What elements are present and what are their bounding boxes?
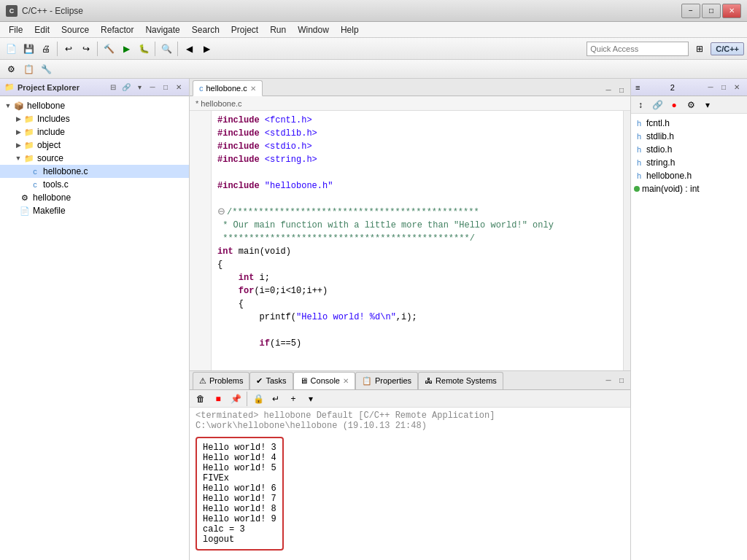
tab-tasks[interactable]: ✔ Tasks [249, 372, 293, 389]
link-editor-button[interactable]: 🔗 [120, 82, 132, 93]
tb2-btn1[interactable]: ⚙ [3, 61, 19, 77]
tab-console[interactable]: 🖥 Console ✕ [293, 372, 355, 389]
cpp-perspective-button[interactable]: C/C++ [711, 42, 744, 55]
h-file-icon-1: h [634, 118, 644, 128]
outline-maximize-button[interactable]: □ [718, 82, 729, 93]
search-button[interactable]: 🔍 [158, 41, 174, 57]
maximize-button[interactable]: □ [702, 4, 721, 18]
tree-toggle-object[interactable]: ▶ [13, 141, 23, 149]
function-icon [634, 186, 640, 192]
tree-item-tools-c[interactable]: c tools.c [0, 178, 189, 191]
tree-item-hellobone[interactable]: ▼ 📦 hellobone [0, 99, 189, 112]
back-button[interactable]: ◀ [181, 41, 197, 57]
build-button[interactable]: 🔨 [101, 41, 117, 57]
print-button[interactable]: 🖨 [38, 41, 54, 57]
console-line-4: FIVEx [203, 473, 276, 483]
editor-minimize-button[interactable]: ─ [603, 84, 614, 96]
tree-item-include[interactable]: ▶ 📁 include [0, 125, 189, 139]
scroll-lock-button[interactable]: 🔒 [250, 391, 266, 407]
bottom-maximize-button[interactable]: □ [616, 375, 627, 386]
tree-item-hellobone-c[interactable]: c hellobone.c [0, 165, 189, 178]
tree-item-hellobone-bin[interactable]: ⚙ hellobone [0, 191, 189, 204]
editor-tab-hellobone[interactable]: c hellobone.c ✕ [193, 80, 263, 96]
editor-scrollbar[interactable] [623, 111, 630, 370]
redo-button[interactable]: ↪ [78, 41, 94, 57]
outline-item-stdlib[interactable]: h stdlib.h [631, 130, 747, 143]
project-explorer-header: 📁 Project Explorer ⊟ 🔗 ▾ ─ □ ✕ [0, 79, 189, 96]
collapse-all-button[interactable]: ⊟ [107, 82, 119, 93]
tab-problems[interactable]: ⚠ Problems [193, 372, 249, 389]
pin-console-button[interactable]: 📌 [228, 391, 244, 407]
menu-search[interactable]: Search [186, 23, 225, 36]
debug-button[interactable]: 🐛 [136, 41, 152, 57]
editor-panel: c hellobone.c ✕ ─ □ * hellobone.c [190, 79, 630, 370]
open-perspectives-button[interactable]: ⊞ [692, 41, 708, 57]
breadcrumb: * hellobone.c [196, 99, 242, 108]
outline-minimize-button[interactable]: ─ [705, 82, 716, 93]
outline-close-button[interactable]: ✕ [731, 82, 743, 93]
menu-project[interactable]: Project [225, 23, 264, 36]
outline-link-button[interactable]: 🔗 [649, 97, 665, 113]
fold-button-1[interactable]: ⊖ [217, 206, 225, 217]
source-folder-icon: 📁 [23, 152, 35, 164]
menu-navigate[interactable]: Navigate [139, 23, 185, 36]
menu-help[interactable]: Help [335, 23, 365, 36]
view-menu-button[interactable]: ▾ [133, 82, 145, 93]
tree-toggle-hellobone[interactable]: ▼ [3, 102, 13, 109]
outline-item-hellobone-h[interactable]: h hellobone.h [631, 169, 747, 182]
forward-button[interactable]: ▶ [198, 41, 214, 57]
editor-tab-close[interactable]: ✕ [250, 85, 256, 93]
h-file-icon-5: h [634, 171, 644, 181]
tree-item-source[interactable]: ▼ 📁 source [0, 152, 189, 165]
menu-file[interactable]: File [3, 23, 28, 36]
select-console-button[interactable]: ▾ [303, 391, 319, 407]
new-button[interactable]: 📄 [3, 41, 19, 57]
editor-maximize-button[interactable]: □ [616, 84, 627, 96]
outline-expand-button[interactable]: ▾ [700, 97, 716, 113]
new-console-button[interactable]: + [285, 391, 301, 407]
menu-window[interactable]: Window [292, 23, 335, 36]
tree-label-tools-c: tools.c [43, 179, 69, 190]
undo-button[interactable]: ↩ [61, 41, 77, 57]
outline-item-main[interactable]: main(void) : int [631, 182, 747, 195]
tb2-btn2[interactable]: 📋 [20, 61, 36, 77]
outline-item-string[interactable]: h string.h [631, 156, 747, 169]
close-button[interactable]: ✕ [722, 4, 741, 18]
outline-item-fcntl[interactable]: h fcntl.h [631, 117, 747, 130]
run-button[interactable]: ▶ [118, 41, 134, 57]
stop-button[interactable]: ■ [210, 391, 226, 407]
console-tab-close[interactable]: ✕ [343, 377, 349, 385]
word-wrap-button[interactable]: ↵ [268, 391, 284, 407]
tools-c-icon: c [29, 179, 41, 190]
tb2-btn3[interactable]: 🔧 [38, 61, 54, 77]
tree-toggle-include[interactable]: ▶ [13, 128, 23, 136]
outline-sort-button[interactable]: ↕ [632, 97, 649, 113]
tree-toggle-includes[interactable]: ▶ [13, 115, 23, 122]
bottom-minimize-button[interactable]: ─ [603, 375, 614, 386]
tab-remote-systems[interactable]: 🖧 Remote Systems [418, 372, 503, 389]
tree-item-object[interactable]: ▶ 📁 object [0, 139, 189, 152]
quick-access-input[interactable] [587, 42, 689, 56]
title-bar-controls: − □ ✕ [681, 4, 741, 18]
tree-item-makefile[interactable]: 📄 Makefile [0, 204, 189, 217]
save-button[interactable]: 💾 [20, 41, 36, 57]
menu-run[interactable]: Run [264, 23, 292, 36]
tab-properties[interactable]: 📋 Properties [355, 372, 418, 389]
maximize-panel-button[interactable]: □ [160, 82, 171, 93]
outline-hide-fields-button[interactable]: ● [666, 97, 682, 113]
toolbar-sep-3 [155, 42, 155, 56]
breadcrumb-bar: * hellobone.c [190, 96, 630, 111]
outline-filter-button[interactable]: ⚙ [683, 97, 699, 113]
minimize-panel-button[interactable]: ─ [147, 82, 158, 93]
menu-source[interactable]: Source [55, 23, 95, 36]
tree-item-includes[interactable]: ▶ 📁 Includes [0, 112, 189, 125]
outline-item-stdio[interactable]: h stdio.h [631, 143, 747, 156]
minimize-button[interactable]: − [681, 4, 700, 18]
menu-edit[interactable]: Edit [28, 23, 55, 36]
menu-refactor[interactable]: Refactor [95, 23, 139, 36]
code-editor[interactable]: #include <fcntl.h> #include <stdlib.h> #… [212, 111, 623, 370]
clear-console-button[interactable]: 🗑 [193, 391, 209, 407]
tab-remote-label: Remote Systems [436, 376, 497, 385]
close-panel-button[interactable]: ✕ [173, 82, 185, 93]
tree-toggle-source[interactable]: ▼ [13, 155, 23, 162]
